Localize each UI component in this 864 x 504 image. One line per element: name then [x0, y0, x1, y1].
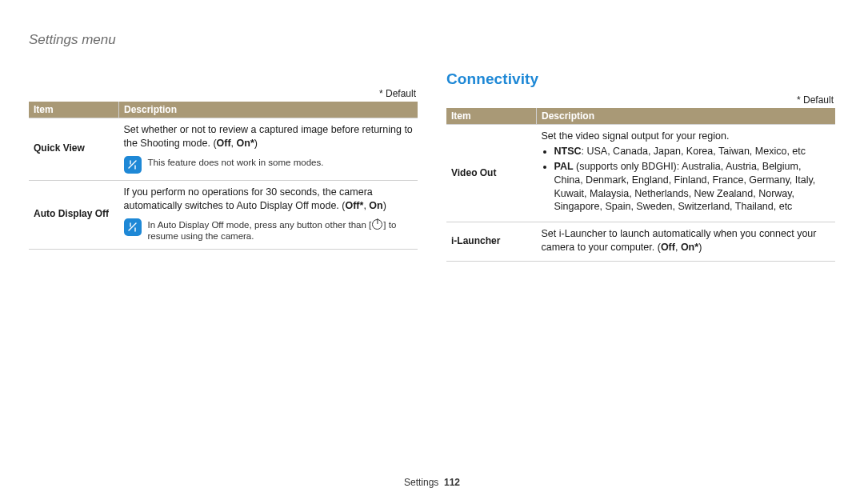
item-description: Set whether or not to review a captured … — [119, 118, 418, 181]
table-row: Auto Display Off If you perform no opera… — [29, 180, 418, 250]
two-column-layout: * Default Item Description Quick View Se… — [29, 70, 835, 262]
default-marker-left: * Default — [29, 88, 416, 99]
th-description: Description — [119, 102, 418, 118]
item-description: Set the video signal output for your reg… — [537, 125, 836, 222]
th-item: Item — [446, 108, 537, 125]
table-row: i-Launcher Set i-Launcher to launch auto… — [446, 222, 835, 262]
connectivity-settings-table: Item Description Video Out Set the video… — [446, 108, 835, 262]
table-row: Quick View Set whether or not to review … — [29, 118, 418, 181]
table-row: Video Out Set the video signal output fo… — [446, 125, 835, 222]
footer-section: Settings — [404, 477, 438, 488]
note-icon — [124, 156, 142, 174]
right-column: Connectivity * Default Item Description … — [446, 70, 835, 262]
page-footer: Settings 112 — [0, 477, 864, 488]
item-label: Video Out — [446, 125, 537, 222]
note-icon — [124, 218, 142, 236]
list-item: NTSC: USA, Canada, Japan, Korea, Taiwan,… — [554, 145, 831, 158]
note: This feature does not work in some modes… — [124, 155, 414, 174]
list-item: PAL (supports only BDGHI): Australia, Au… — [554, 160, 831, 214]
default-marker-right: * Default — [446, 94, 834, 106]
item-label: Auto Display Off — [29, 180, 119, 250]
display-settings-table: Item Description Quick View Set whether … — [29, 102, 418, 250]
item-label: i-Launcher — [446, 222, 537, 262]
left-column: * Default Item Description Quick View Se… — [29, 70, 418, 262]
note: In Auto Display Off mode, press any butt… — [124, 218, 414, 243]
power-icon — [372, 219, 382, 230]
manual-page: Settings menu * Default Item Description… — [0, 0, 864, 504]
bullet-list: NTSC: USA, Canada, Japan, Korea, Taiwan,… — [542, 145, 831, 214]
section-title-connectivity: Connectivity — [446, 70, 835, 88]
breadcrumb: Settings menu — [29, 32, 835, 48]
item-label: Quick View — [29, 118, 119, 181]
item-description: If you perform no operations for 30 seco… — [119, 180, 418, 250]
th-item: Item — [29, 102, 119, 118]
page-number: 112 — [444, 477, 460, 488]
item-description: Set i-Launcher to launch automatically w… — [537, 222, 836, 262]
note-text: In Auto Display Off mode, press any butt… — [148, 218, 414, 243]
note-text: This feature does not work in some modes… — [148, 155, 324, 169]
th-description: Description — [537, 108, 836, 125]
